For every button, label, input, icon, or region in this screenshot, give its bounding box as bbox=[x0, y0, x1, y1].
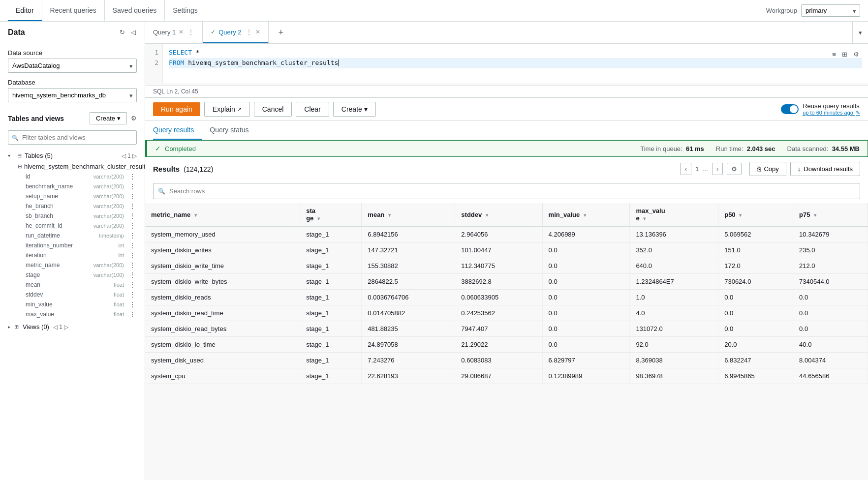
settings-editor-icon[interactable]: ⚙ bbox=[852, 50, 860, 59]
column-menu-benchmark_name[interactable]: ⋮ bbox=[128, 182, 137, 190]
column-menu-iterations_number[interactable]: ⋮ bbox=[128, 241, 137, 249]
column-menu-max_value[interactable]: ⋮ bbox=[128, 310, 137, 318]
add-query-tab-button[interactable]: + bbox=[271, 22, 292, 43]
create-table-button[interactable]: Create ▾ bbox=[90, 112, 127, 124]
cell-mean: 6.8942156 bbox=[362, 226, 455, 242]
code-editor[interactable]: 1 2 SELECT * FROM hivemq_system_benchmar… bbox=[145, 44, 868, 83]
cell-p50: 0.0 bbox=[718, 290, 793, 305]
cell-mean: 0.014705882 bbox=[362, 305, 455, 321]
column-menu-stddev[interactable]: ⋮ bbox=[128, 291, 137, 299]
col-header-metric_name[interactable]: metric_name ▾ bbox=[145, 203, 300, 226]
filter-tables-input[interactable] bbox=[8, 130, 137, 145]
reuse-sub-label[interactable]: up to 60 minutes ago ✎ bbox=[803, 110, 860, 116]
cancel-button[interactable]: Cancel bbox=[254, 102, 292, 117]
column-menu-setup_name[interactable]: ⋮ bbox=[128, 192, 137, 200]
col-header-max_value[interactable]: max_value ▾ bbox=[630, 203, 718, 226]
code-line-1: SELECT * bbox=[169, 48, 862, 58]
query-tab-1[interactable]: Query 1 ✕ ⋮ bbox=[145, 22, 203, 43]
col-header-p50[interactable]: p50 ▾ bbox=[718, 203, 793, 226]
column-menu-iteration[interactable]: ⋮ bbox=[128, 251, 137, 259]
column-name-min_value: min_value bbox=[26, 301, 112, 308]
cell-p75: 0.0 bbox=[793, 305, 868, 321]
reuse-toggle-switch[interactable] bbox=[781, 104, 799, 114]
table-view-icon[interactable]: ⊞ bbox=[841, 50, 848, 59]
cell-metric_name: system_diskio_read_bytes bbox=[145, 321, 300, 337]
query-status-tab[interactable]: Query status bbox=[210, 121, 256, 140]
collapse-sidebar-icon[interactable]: ◁ bbox=[130, 28, 137, 37]
col-header-stage[interactable]: stage ▾ bbox=[300, 203, 362, 226]
query-tab-2-dots[interactable]: ⋮ bbox=[246, 28, 252, 36]
run-again-button[interactable]: Run again bbox=[153, 102, 200, 116]
column-menu-id[interactable]: ⋮ bbox=[128, 173, 137, 180]
data-source-select-wrapper: AwsDataCatalog bbox=[8, 59, 137, 73]
code-content[interactable]: SELECT * FROM hivemq_system_benchmark_cl… bbox=[163, 44, 868, 83]
copy-button[interactable]: ⎘ Copy bbox=[749, 162, 786, 176]
tab-saved-queries[interactable]: Saved queries bbox=[105, 0, 165, 21]
cell-stage: stage_1 bbox=[300, 226, 362, 242]
col-header-mean[interactable]: mean ▾ bbox=[362, 203, 455, 226]
column-name-sb_branch: sb_branch bbox=[26, 212, 92, 219]
column-menu-mean[interactable]: ⋮ bbox=[128, 281, 137, 289]
col-header-p75[interactable]: p75 ▾ bbox=[793, 203, 868, 226]
cell-stddev: 101.00447 bbox=[455, 242, 542, 258]
query-tab-2-check-icon: ✓ bbox=[211, 29, 216, 35]
cell-mean: 7.243276 bbox=[362, 353, 455, 368]
tab-editor[interactable]: Editor bbox=[8, 0, 42, 21]
cell-stddev: 0.060633905 bbox=[455, 290, 542, 305]
column-name-iterations_number: iterations_number bbox=[26, 242, 116, 249]
tables-toggle-icon: ▾ bbox=[8, 153, 14, 158]
cell-stddev: 3882692.8 bbox=[455, 274, 542, 290]
next-page-button[interactable]: › bbox=[712, 163, 723, 175]
cell-metric_name: system_diskio_io_time bbox=[145, 337, 300, 353]
create-button[interactable]: Create ▾ bbox=[333, 102, 376, 117]
column-menu-run_datetime[interactable]: ⋮ bbox=[128, 232, 137, 240]
column-menu-he_commit_id[interactable]: ⋮ bbox=[128, 222, 137, 230]
query-tab-1-close[interactable]: ✕ bbox=[179, 29, 184, 35]
data-scanned-key: Data scanned: bbox=[787, 145, 829, 152]
database-select[interactable]: hivemq_system_benchmarks_db bbox=[8, 88, 137, 102]
cell-max_value: 13.136396 bbox=[630, 226, 718, 242]
gear-icon[interactable]: ⚙ bbox=[131, 115, 137, 122]
column-menu-he_branch[interactable]: ⋮ bbox=[128, 202, 137, 210]
select-keyword: SELECT bbox=[169, 48, 192, 58]
column-row-iterations_number: iterations_number int ⋮ bbox=[8, 240, 137, 250]
tab-recent-queries[interactable]: Recent queries bbox=[42, 0, 105, 21]
column-row-he_branch: he_branch varchar(200) ⋮ bbox=[8, 201, 137, 211]
cell-mean: 0.0036764706 bbox=[362, 290, 455, 305]
refresh-icon[interactable]: ↻ bbox=[119, 28, 126, 37]
workgroup-select[interactable]: primary bbox=[801, 4, 860, 17]
col-header-stddev[interactable]: stddev ▾ bbox=[455, 203, 542, 226]
column-menu-stage[interactable]: ⋮ bbox=[128, 271, 137, 279]
editor-container: 1 2 SELECT * FROM hivemq_system_benchmar… bbox=[145, 44, 868, 98]
query-tab-1-dots[interactable]: ⋮ bbox=[187, 28, 194, 36]
column-name-id: id bbox=[26, 173, 92, 180]
tab-settings[interactable]: Settings bbox=[165, 0, 206, 21]
filter-input-wrapper bbox=[0, 128, 145, 149]
cell-p50: 6.9945865 bbox=[718, 368, 793, 384]
prev-page-button[interactable]: ‹ bbox=[680, 163, 691, 175]
table-name-row[interactable]: ⊟ hivemq_system_benchmark_cluster_result… bbox=[8, 161, 137, 172]
search-rows-input[interactable] bbox=[153, 183, 860, 199]
query-tab-2-close[interactable]: ✕ bbox=[255, 29, 260, 35]
download-results-button[interactable]: ↓ Download results bbox=[790, 162, 860, 176]
cell-metric_name: system_diskio_writes bbox=[145, 242, 300, 258]
column-menu-sb_branch[interactable]: ⋮ bbox=[128, 212, 137, 220]
line-num-2: 2 bbox=[149, 58, 158, 68]
col-header-min_value[interactable]: min_value ▾ bbox=[542, 203, 630, 226]
clear-button[interactable]: Clear bbox=[296, 102, 329, 117]
query-tab-2[interactable]: ✓ Query 2 ⋮ ✕ bbox=[203, 22, 268, 43]
download-label: Download results bbox=[804, 165, 853, 173]
cell-metric_name: system_cpu bbox=[145, 368, 300, 384]
wrap-text-icon[interactable]: ≡ bbox=[831, 50, 837, 59]
tables-tree-row[interactable]: ▾ ⊟ Tables (5) ◁ 1 ▷ bbox=[8, 150, 137, 161]
query-results-tab[interactable]: Query results bbox=[153, 121, 202, 140]
explain-button[interactable]: Explain ↗ bbox=[204, 102, 250, 117]
column-menu-metric_name[interactable]: ⋮ bbox=[128, 261, 137, 269]
copy-label: Copy bbox=[764, 165, 778, 173]
cell-p75: 8.004374 bbox=[793, 353, 868, 368]
table-settings-icon[interactable]: ⚙ bbox=[727, 163, 742, 175]
run-time-label: Run time: 2.043 sec bbox=[716, 145, 775, 152]
data-source-select[interactable]: AwsDataCatalog bbox=[8, 59, 137, 73]
column-menu-min_value[interactable]: ⋮ bbox=[128, 300, 137, 308]
more-tabs-button[interactable]: ▾ bbox=[852, 22, 868, 43]
